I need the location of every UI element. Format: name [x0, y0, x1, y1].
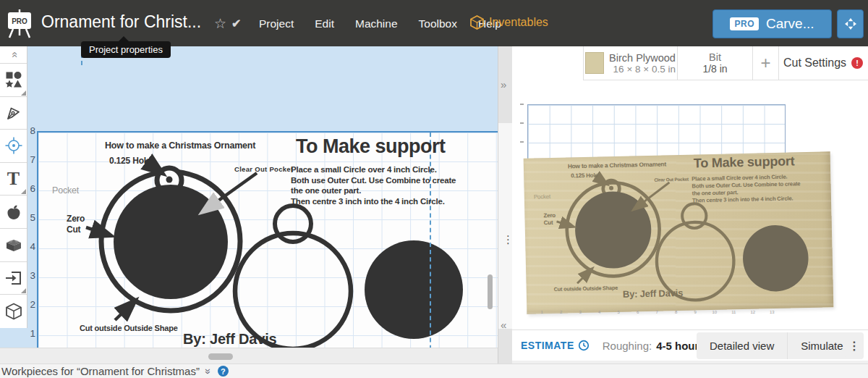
design-clear-label: Clear Out Pocket: [234, 165, 293, 173]
preview-ruler-number: 11: [724, 310, 744, 314]
panel-splitter[interactable]: » ⋮ «: [498, 46, 512, 364]
apple-icon: [4, 203, 23, 222]
axis-tick-mark: [520, 104, 524, 105]
cut-settings-label: Cut Settings: [783, 56, 846, 70]
pen-nib-icon: [5, 104, 22, 122]
collapse-left-chevron[interactable]: «: [501, 319, 506, 331]
bit-size: 1/8 in: [702, 63, 727, 75]
project-title[interactable]: Ornament for Christ...: [41, 12, 201, 32]
preview-ruler-number: 12: [744, 310, 763, 314]
estimate-bar: ESTIMATE Roughing: 4-5 hours Detailed vi…: [512, 329, 868, 361]
preview-ruler-number: 3: [571, 310, 590, 314]
canvas-horizontal-scrollbar[interactable]: [208, 353, 233, 360]
pen-tool-button[interactable]: [0, 97, 27, 130]
design-title: How to make a Christmas Ornament: [105, 140, 255, 151]
tool-sidebar: »: [0, 46, 27, 328]
flyout-indicator: [21, 91, 26, 96]
preview-ruler-number: 7: [647, 310, 667, 314]
design-zero-label-2: Cut: [67, 224, 80, 235]
design-library-button[interactable]: [0, 196, 27, 229]
preview-zero-label-2: Cut: [544, 219, 553, 226]
menu-item[interactable]: Toolbox: [419, 17, 457, 30]
support-line: Then centre 3 inch into the 4 inch Circl…: [291, 196, 456, 207]
flyout-indicator: [21, 288, 26, 293]
jog-machine-button[interactable]: [837, 9, 864, 38]
import-button[interactable]: [0, 262, 27, 295]
preview-support-lines: Place a small Circle over 4 inch Circle.…: [692, 173, 801, 204]
easel-app-window: PRO Ornament for Christ... ☆ ✔ ProjectEd…: [0, 0, 868, 378]
preview-byline: By: Jeff Davis: [623, 287, 684, 300]
workpiece-material[interactable]: How to make a Christmas Ornament To Make…: [37, 131, 498, 363]
main-menu: ProjectEditMachineToolboxHelp: [259, 17, 501, 30]
preview-ruler: 12345678910111213: [532, 310, 782, 314]
canvas-horizontal-scroll-track: [0, 348, 512, 364]
inventables-link[interactable]: Inventables: [470, 15, 548, 30]
material-name: Birch Plywood: [609, 52, 676, 64]
more-options-button[interactable]: ⋮: [845, 332, 864, 359]
machine-settings-bar: Birch Plywood 16 × 8 × 0.5 in Bit 1/8 in…: [583, 46, 868, 80]
preview-ruler-number: 9: [686, 310, 705, 314]
design-canvas[interactable]: How to make a Christmas Ornament To Make…: [0, 46, 498, 348]
splitter-drag-strip[interactable]: [498, 123, 513, 329]
menu-item[interactable]: Project: [259, 17, 294, 30]
inventables-hexagon-icon: [470, 15, 484, 30]
pro-badge: PRO: [730, 17, 759, 30]
menu-item[interactable]: Machine: [355, 17, 398, 30]
preview-panel: Birch Plywood 16 × 8 × 0.5 in Bit 1/8 in…: [512, 46, 868, 364]
cut-settings-button[interactable]: Cut Settings !: [779, 46, 867, 80]
preview-ruler-number: 10: [705, 310, 725, 314]
preview-ruler-number: 1: [532, 310, 552, 314]
axis-tick-mark: [520, 141, 524, 143]
carved-wood-preview[interactable]: How to make a Christmas Ornament To Make…: [524, 151, 834, 314]
preview-ruler-number: 8: [667, 310, 686, 314]
flyout-indicator: [21, 189, 26, 194]
canvas-vertical-scrollbar[interactable]: [488, 274, 493, 309]
saved-check-icon: ✔: [231, 17, 241, 30]
easel-pro-logo-icon[interactable]: PRO: [6, 9, 33, 39]
preview-clear-label: Clear Out Pocket: [654, 177, 689, 182]
bit-cell[interactable]: Bit 1/8 in: [678, 46, 753, 80]
lego-brick-icon: [4, 236, 24, 253]
three-d-tool-button[interactable]: [0, 295, 27, 328]
preview-pocket-label: Pocket: [534, 193, 550, 201]
workpieces-bar: Workpieces for “Ornament for Christmas” …: [0, 364, 868, 378]
workpieces-label[interactable]: Workpieces for “Ornament for Christmas”: [1, 365, 200, 377]
menu-item[interactable]: Edit: [315, 17, 334, 30]
support-line: Both use Outer Cut. Use Combine to creat…: [291, 175, 456, 186]
inventables-label: Inventables: [489, 16, 548, 29]
sidebar-collapse-button[interactable]: »: [0, 46, 27, 64]
project-properties-tooltip: Project properties: [81, 41, 171, 58]
estimate-label[interactable]: ESTIMATE: [521, 340, 574, 351]
help-icon[interactable]: ?: [218, 366, 229, 377]
preview-ruler-number: 5: [609, 310, 629, 314]
four-arrows-icon: [843, 16, 859, 32]
apps-button[interactable]: [0, 229, 27, 262]
expand-right-chevron[interactable]: »: [501, 78, 506, 91]
warning-icon: !: [851, 57, 863, 69]
material-cell[interactable]: Birch Plywood 16 × 8 × 0.5 in: [584, 46, 678, 80]
shapes-tool-button[interactable]: [0, 64, 27, 97]
design-support-title: To Make support: [296, 135, 446, 158]
detailed-view-button[interactable]: Detailed view: [697, 332, 787, 359]
preview-view-buttons: Detailed view Simulate: [697, 332, 856, 359]
support-line: Place a small Circle over 4 inch Circle.: [291, 164, 456, 175]
favorite-star-icon[interactable]: ☆: [214, 15, 226, 32]
origin-tool-button[interactable]: [0, 130, 27, 163]
preview-hole-label: 0.125 Hole: [571, 172, 598, 180]
top-bar: PRO Ornament for Christ... ☆ ✔ ProjectEd…: [0, 0, 868, 46]
preview-zero-label-1: Zero: [543, 212, 556, 219]
svg-text:PRO: PRO: [12, 17, 27, 25]
material-size: 16 × 8 × 0.5 in: [609, 64, 676, 75]
add-bit-button[interactable]: +: [753, 46, 779, 80]
text-tool-button[interactable]: T: [0, 163, 27, 196]
text-tool-icon: T: [7, 169, 20, 188]
design-zero-label-1: Zero: [67, 214, 85, 224]
bit-label: Bit: [709, 51, 721, 63]
support-line: the one outer part.: [291, 185, 456, 196]
carve-button[interactable]: PRO Carve...: [712, 9, 832, 38]
double-chevron-down-icon[interactable]: »: [203, 369, 214, 374]
clock-icon: [578, 340, 590, 351]
shapes-icon: [5, 71, 22, 88]
design-hole-label: 0.125 Hole: [109, 156, 150, 166]
preview-ruler-number: 6: [629, 310, 648, 314]
